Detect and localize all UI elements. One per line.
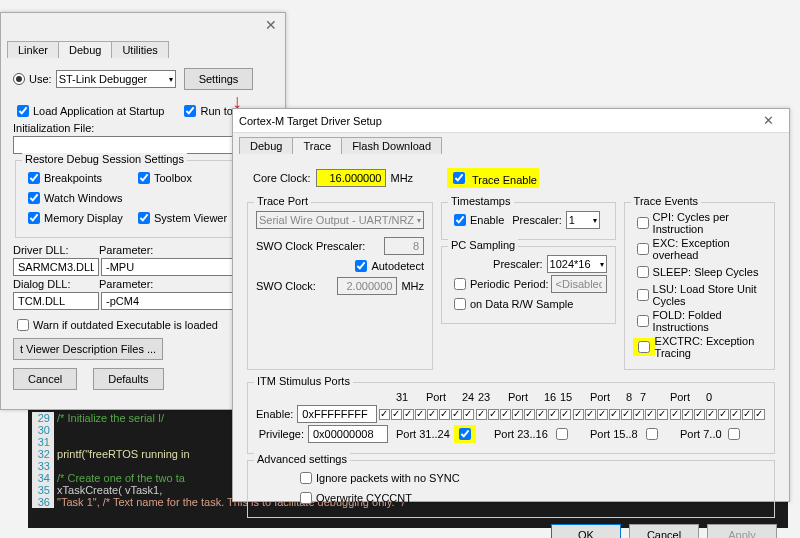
breakpoints-checkbox[interactable]: [28, 172, 40, 184]
chevron-down-icon: ▾: [169, 75, 173, 84]
group-legend: Advanced settings: [254, 453, 350, 465]
swo-clock-input: [337, 277, 397, 295]
port-15-8-label: Port 15..8: [590, 428, 642, 440]
port-31-24-checkbox[interactable]: [459, 428, 471, 440]
lsu-checkbox[interactable]: [637, 289, 649, 301]
overwrite-cyccnt-checkbox[interactable]: [300, 492, 312, 504]
port-7-0-checkbox[interactable]: [728, 428, 740, 440]
dialog-param-input[interactable]: [101, 292, 251, 310]
port-7-0-label: Port 7..0: [680, 428, 724, 440]
driver-dll-input[interactable]: [13, 258, 99, 276]
port-23-16-checkbox[interactable]: [556, 428, 568, 440]
load-app-checkbox[interactable]: [17, 105, 29, 117]
port-bits-31-24[interactable]: [379, 409, 475, 420]
on-data-rw-label: on Data R/W Sample: [470, 298, 573, 310]
autodetect-checkbox[interactable]: [355, 260, 367, 272]
use-radio[interactable]: [13, 73, 25, 85]
cortex-m-driver-setup-dialog: Cortex-M Target Driver Setup ✕ Debug Tra…: [232, 108, 790, 502]
exctrc-checkbox[interactable]: [638, 341, 650, 353]
exc-checkbox[interactable]: [637, 243, 649, 255]
periodic-label: Periodic: [470, 278, 510, 290]
chevron-down-icon: ▾: [600, 260, 604, 269]
warn-checkbox[interactable]: [17, 319, 29, 331]
periodic-checkbox[interactable]: [454, 278, 466, 290]
sleep-label: SLEEP: Sleep Cycles: [653, 266, 759, 278]
itm-ports-group: ITM Stimulus Ports 31 Port 24 23 Port 16…: [247, 382, 775, 454]
port-bits-23-16[interactable]: [476, 409, 572, 420]
toolbox-checkbox[interactable]: [138, 172, 150, 184]
driver-dll-label: Driver DLL:: [13, 244, 99, 256]
ok-button[interactable]: OK: [551, 524, 621, 538]
code-line: xTaskCreate( vTask1,: [57, 484, 162, 496]
enable-label: Enable: [470, 214, 504, 226]
itm-enable-input[interactable]: [297, 405, 377, 423]
tab-label: Debug: [69, 44, 101, 56]
use-label: Use:: [29, 73, 52, 85]
select-value: 1: [569, 214, 575, 226]
close-icon[interactable]: ✕: [265, 17, 277, 33]
port-hdr: 8: [626, 391, 640, 403]
watch-windows-checkbox[interactable]: [28, 192, 40, 204]
port-hdr: 23: [478, 391, 492, 403]
close-icon[interactable]: ✕: [753, 113, 783, 128]
itm-priv-input[interactable]: [308, 425, 388, 443]
tab-label: Trace: [303, 140, 331, 152]
run-to-checkbox[interactable]: [184, 105, 196, 117]
tab-flash[interactable]: Flash Download: [341, 137, 442, 154]
group-legend: ITM Stimulus Ports: [254, 375, 353, 387]
dialog-dll-label: Dialog DLL:: [13, 278, 99, 290]
defaults-button[interactable]: Defaults: [93, 368, 163, 390]
cancel-button[interactable]: Cancel: [629, 524, 699, 538]
pc-prescaler-select[interactable]: 1024*16▾: [547, 255, 607, 273]
settings-button[interactable]: Settings: [184, 68, 254, 90]
on-data-rw-checkbox[interactable]: [454, 298, 466, 310]
tab-linker[interactable]: Linker: [7, 41, 59, 58]
tab-trace[interactable]: Trace: [292, 137, 342, 154]
autodetect-label: Autodetect: [371, 260, 424, 272]
port-hdr: Port: [574, 391, 626, 403]
cancel-button-back[interactable]: Cancel: [13, 368, 77, 390]
button-label: Cancel: [28, 373, 62, 385]
tab-debug-main[interactable]: Debug: [239, 137, 293, 154]
ignore-sync-label: Ignore packets with no SYNC: [316, 472, 460, 484]
dialog-title: Cortex-M Target Driver Setup: [239, 115, 753, 127]
fold-checkbox[interactable]: [637, 315, 649, 327]
trace-enable-label: Trace Enable: [472, 174, 537, 186]
port-bits-7-0[interactable]: [670, 409, 766, 420]
button-label: Apply: [728, 529, 756, 538]
cpi-checkbox[interactable]: [637, 217, 649, 229]
breakpoints-label: Breakpoints: [44, 172, 134, 184]
chevron-down-icon: ▾: [593, 216, 597, 225]
sleep-checkbox[interactable]: [637, 266, 649, 278]
select-value: Serial Wire Output - UART/NRZ: [259, 214, 414, 226]
port-15-8-checkbox[interactable]: [646, 428, 658, 440]
trace-port-select[interactable]: Serial Wire Output - UART/NRZ▾: [256, 211, 424, 229]
tab-utilities[interactable]: Utilities: [111, 41, 168, 58]
period-input: [551, 275, 607, 293]
memory-display-checkbox[interactable]: [28, 212, 40, 224]
parameter-label-2: Parameter:: [99, 278, 153, 290]
button-label: OK: [578, 529, 594, 538]
trace-enable-checkbox[interactable]: [453, 172, 465, 184]
system-viewer-checkbox[interactable]: [138, 212, 150, 224]
chevron-down-icon: ▾: [417, 216, 421, 225]
viewer-files-button[interactable]: t Viewer Description Files ...: [13, 338, 163, 360]
apply-button[interactable]: Apply: [707, 524, 777, 538]
select-value: ST-Link Debugger: [59, 73, 148, 85]
run-to-label: Run to: [200, 105, 232, 117]
driver-param-input[interactable]: [101, 258, 251, 276]
load-app-label: Load Application at Startup: [33, 105, 164, 117]
tab-label: Utilities: [122, 44, 157, 56]
debugger-select[interactable]: ST-Link Debugger▾: [56, 70, 176, 88]
ignore-sync-checkbox[interactable]: [300, 472, 312, 484]
core-clock-input[interactable]: [316, 169, 386, 187]
tab-debug[interactable]: Debug: [58, 41, 112, 58]
code-line: /* Initialize the serial I/: [57, 412, 164, 424]
dialog-dll-input[interactable]: [13, 292, 99, 310]
port-hdr: 15: [560, 391, 574, 403]
port-bits-15-8[interactable]: [573, 409, 669, 420]
enable-checkbox[interactable]: [454, 214, 466, 226]
ts-prescaler-select[interactable]: 1▾: [566, 211, 600, 229]
init-file-input[interactable]: [13, 136, 253, 154]
toolbox-label: Toolbox: [154, 172, 192, 184]
